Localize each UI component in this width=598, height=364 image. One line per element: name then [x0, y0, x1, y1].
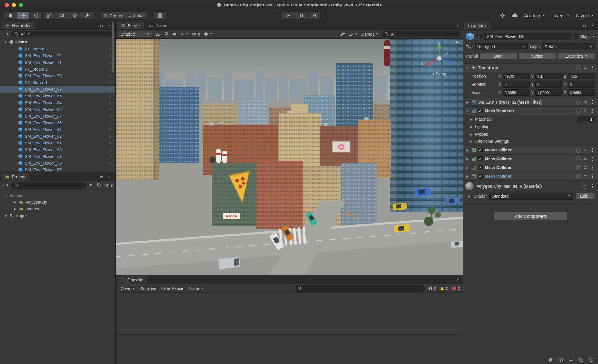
lock-icon[interactable] [99, 174, 104, 179]
hand-tool-button[interactable] [4, 11, 17, 20]
chevron-right-icon[interactable]: › [109, 73, 111, 78]
add-component-button[interactable]: Add Component [494, 212, 567, 220]
console-warning-toggle[interactable]: 0 [440, 286, 448, 291]
chevron-right-icon[interactable]: › [109, 127, 111, 132]
tab-hierarchy[interactable]: Hierarchy [1, 22, 34, 29]
chevron-right-icon[interactable]: › [109, 100, 111, 105]
hierarchy-item[interactable]: SM_Env_Flower_64› [0, 99, 115, 106]
move-tool-button[interactable] [17, 11, 30, 20]
scene-effects-dropdown[interactable]: ▼ [180, 32, 189, 36]
hierarchy-item[interactable]: FX_Steam 2› [0, 66, 115, 72]
object-name-field[interactable]: SM_Env_Flower_69 [484, 33, 571, 40]
scale-x-field[interactable]: 0.8658 [503, 89, 530, 96]
materials-count-field[interactable]: 1 [578, 116, 595, 122]
layout-dropdown[interactable]: Layout▼ [576, 13, 594, 18]
static-checkbox[interactable] [574, 34, 578, 39]
component-menu-icon[interactable]: ⋮ [590, 165, 596, 170]
hierarchy-item[interactable]: SM_Env_Flower_61› [0, 140, 115, 146]
component-menu-icon[interactable]: ⋮ [590, 100, 596, 105]
hierarchy-item[interactable]: SM_Env_Flower_58› [0, 160, 115, 166]
hierarchy-item[interactable]: SM_Env_Flower_72› [0, 52, 115, 59]
pivot-center-button[interactable]: Center [100, 11, 125, 20]
help-icon[interactable]: ? [576, 165, 581, 170]
shader-edit-button[interactable]: Edit... [576, 193, 595, 200]
draw-mode-dropdown[interactable]: Shaded▼ [118, 31, 152, 37]
position-z-field[interactable]: 45.5 [568, 73, 595, 79]
help-icon[interactable]: ? [582, 184, 587, 189]
presets-icon[interactable] [583, 148, 588, 152]
component-enabled-checkbox[interactable]: ✓ [478, 148, 483, 152]
scene-camera-dropdown[interactable]: ▼ [348, 32, 358, 37]
rotation-z-field[interactable]: 0 [568, 81, 595, 88]
create-asset-button[interactable]: +▼ [2, 183, 9, 188]
close-window-button[interactable] [5, 3, 9, 7]
tab-game[interactable]: Game [145, 22, 172, 29]
hierarchy-item[interactable]: SM_Env_Flower_59› [0, 153, 115, 160]
scene-grid-dropdown[interactable]: ▼ [203, 32, 213, 37]
lighting-foldout[interactable]: ▶Lighting [463, 123, 598, 130]
hierarchy-item[interactable]: SM_Env_Flower_62› [0, 133, 115, 140]
hierarchy-item[interactable]: SM_Env_Flower_68› [0, 106, 115, 113]
tab-console[interactable]: Console [117, 276, 147, 284]
component-enabled-checkbox[interactable]: ✓ [478, 109, 483, 113]
transform-tool-button[interactable] [68, 11, 81, 20]
hierarchy-item[interactable]: SM_Env_Flower_65› [0, 93, 115, 99]
network-icon[interactable] [578, 357, 584, 362]
scale-z-field[interactable]: 0.8658 [568, 89, 595, 96]
probes-foldout[interactable]: ▶Probes [463, 130, 598, 138]
progress-check-icon[interactable] [589, 357, 594, 362]
prefab-overrides-dropdown[interactable]: Overrides▼ [558, 53, 595, 60]
scene-search-input[interactable]: All [381, 31, 460, 37]
foldout-closed-icon[interactable]: ▶ [465, 101, 469, 104]
cloud-services-icon[interactable] [512, 13, 518, 18]
help-icon[interactable]: ? [576, 174, 581, 179]
pause-button[interactable] [295, 11, 308, 20]
hierarchy-item[interactable]: SM_Env_Flower_63› [0, 126, 115, 133]
console-error-toggle[interactable]: 0 [452, 286, 460, 291]
zoom-window-button[interactable] [19, 3, 23, 7]
materials-foldout[interactable]: ▶ Materials 1 [463, 115, 598, 123]
foldout-open-icon[interactable]: ▼ [465, 109, 469, 113]
console-collapse-toggle[interactable]: Collapse [138, 285, 159, 292]
chevron-right-icon[interactable]: › [109, 80, 111, 85]
chevron-right-icon[interactable]: › [109, 154, 111, 159]
console-editor-dropdown[interactable]: Editor▼ [186, 285, 206, 292]
panel-menu-icon[interactable]: ⋮ [107, 174, 113, 179]
layers-dropdown[interactable]: Layers▼ [551, 13, 569, 18]
hidden-packages-toggle[interactable]: 9 [105, 183, 113, 188]
hierarchy-item-selected[interactable]: SM_Env_Flower_69› [0, 86, 115, 93]
console-search-input[interactable] [295, 285, 425, 292]
hierarchy-search-input[interactable]: All▼ [11, 31, 113, 37]
foldout-closed-icon[interactable]: ▶ [465, 166, 469, 169]
rotation-x-field[interactable]: 0 [503, 81, 530, 88]
foldout-closed-icon[interactable]: ▶ [467, 195, 471, 198]
component-menu-icon[interactable]: ⋮ [590, 148, 596, 152]
mesh-filter-header[interactable]: ▶ SM_Env_Flower_01 (Mesh Filter) ? ⋮ [463, 98, 598, 107]
additional-settings-foldout[interactable]: ▶Additional Settings [463, 138, 598, 146]
scene-lighting-icon[interactable] [164, 32, 169, 37]
help-icon[interactable]: ? [576, 100, 581, 105]
help-icon[interactable]: ? [576, 156, 581, 161]
chevron-right-icon[interactable]: › [109, 53, 111, 58]
console-clear-button[interactable]: Clear▼ [118, 285, 138, 292]
chevron-right-icon[interactable]: › [109, 107, 111, 112]
component-enabled-checkbox[interactable]: ✓ [478, 165, 483, 170]
create-object-button[interactable]: +▼ [2, 32, 9, 37]
hierarchy-item[interactable]: SM_Env_Flower_66› [0, 119, 115, 126]
help-icon[interactable]: ? [576, 109, 581, 114]
lock-icon[interactable] [99, 23, 104, 28]
component-menu-icon[interactable]: ⋮ [590, 156, 596, 161]
grid-snap-button[interactable] [154, 11, 166, 20]
hierarchy-item[interactable]: SM_Env_Flower_70› [0, 72, 115, 79]
tool-settings-icon[interactable] [340, 32, 345, 37]
search-by-label-icon[interactable] [97, 183, 101, 188]
step-button[interactable] [308, 11, 321, 20]
foldout-closed-icon[interactable]: ▶ [13, 207, 17, 210]
panel-menu-icon[interactable]: ⋮ [454, 277, 460, 282]
hierarchy-item[interactable]: SM_Env_Flower_67› [0, 113, 115, 119]
console-splitter[interactable] [116, 334, 463, 335]
component-enabled-checkbox[interactable]: ✓ [478, 174, 483, 179]
package-icon[interactable] [558, 357, 563, 362]
custom-tool-button[interactable] [81, 11, 94, 20]
material-header[interactable]: Polygon City_Mat_01_A (Material) ? ⋮ [463, 181, 598, 191]
